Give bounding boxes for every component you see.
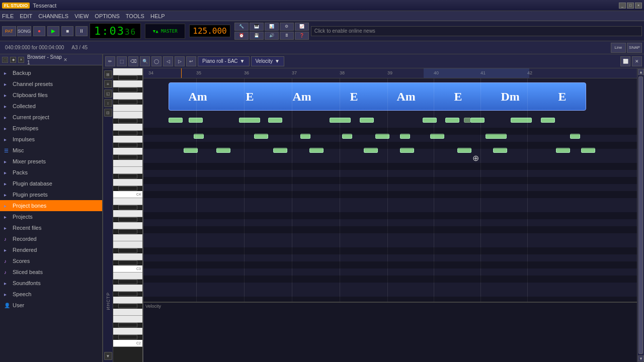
piano-key-white[interactable]	[113, 241, 142, 248]
v-scroll-thumb[interactable]	[638, 76, 643, 354]
pr-left-btn[interactable]: ◁	[163, 56, 173, 66]
piano-key-white[interactable]	[113, 112, 142, 119]
piano-key-black[interactable]	[118, 174, 137, 178]
pr-expand-btn[interactable]: ⬜	[620, 56, 630, 66]
browser-icon-1[interactable]: ⬚	[2, 57, 8, 63]
strip-btn-3[interactable]: ◱	[104, 89, 112, 98]
browser-item-collected[interactable]: ▸Collected	[0, 101, 102, 112]
tool-btn-8[interactable]: 🔊	[265, 32, 279, 40]
pat-button[interactable]: PAT	[2, 26, 16, 36]
pr-delete-tool[interactable]: ⌫	[128, 56, 138, 66]
piano-key-white[interactable]	[113, 273, 142, 280]
browser-item-channel-presets[interactable]: ▸Channel presets	[0, 78, 102, 89]
browser-item-clipboard-files[interactable]: ▸Clipboard files	[0, 89, 102, 101]
piano-key-black[interactable]	[118, 75, 137, 80]
pr-chevron-icon[interactable]: ▼	[240, 58, 245, 64]
piano-key-black[interactable]	[118, 248, 137, 253]
piano-key-black[interactable]	[118, 131, 137, 135]
browser-item-plugin-presets[interactable]: ▸Plugin presets	[0, 189, 102, 200]
snap-btn[interactable]: Line	[611, 43, 626, 53]
browser-item-backup[interactable]: ▸Backup	[0, 67, 102, 78]
pr-velocity-chevron-icon[interactable]: ▼	[275, 58, 280, 64]
piano-key-black[interactable]	[118, 100, 137, 104]
piano-key-black[interactable]	[118, 323, 137, 327]
strip-btn-1[interactable]: ⊞	[104, 70, 112, 78]
tool-btn-2[interactable]: 🎹	[250, 23, 264, 31]
piano-key-white[interactable]	[113, 316, 142, 323]
browser-item-speech[interactable]: ▸Speech	[0, 289, 102, 300]
browser-close[interactable]: ×	[64, 56, 101, 63]
pr-right-btn[interactable]: ▷	[175, 56, 185, 66]
browser-item-mixer-presets[interactable]: ▸Mixer presets	[0, 156, 102, 167]
note-grid[interactable]: Am E Am E Am E Dm E	[143, 78, 637, 302]
browser-item-misc[interactable]: ☰Misc	[0, 145, 102, 156]
piano-key-white[interactable]	[113, 253, 142, 260]
piano-key-black[interactable]	[118, 186, 137, 191]
piano-key-white[interactable]	[113, 136, 142, 143]
tool-btn-3[interactable]: 📊	[265, 23, 279, 31]
mode-btn[interactable]: SNAP	[627, 43, 642, 53]
record-button[interactable]: ●	[33, 26, 45, 36]
piano-key-white[interactable]	[113, 309, 142, 316]
browser-item-user[interactable]: 👤User	[0, 300, 102, 311]
piano-key-black[interactable]	[118, 119, 137, 123]
piano-key-black[interactable]	[118, 87, 137, 92]
tool-btn-7[interactable]: 💾	[250, 32, 264, 40]
piano-key-black[interactable]	[118, 205, 137, 210]
browser-item-scores[interactable]: ♪Scores	[0, 255, 102, 266]
browser-item-current-project[interactable]: ▸Current project	[0, 112, 102, 123]
browser-item-recent-files[interactable]: ▸Recent files	[0, 222, 102, 233]
browser-item-soundfonts[interactable]: ▸Soundfonts	[0, 278, 102, 289]
piano-key-white[interactable]	[113, 93, 142, 100]
pr-select-tool[interactable]: ⬚	[117, 56, 127, 66]
browser-item-envelopes[interactable]: ▸Envelopes	[0, 123, 102, 134]
browser-icon-2[interactable]: ◆	[10, 57, 16, 63]
menu-item-file[interactable]: FILE	[2, 13, 14, 19]
piano-key-white[interactable]	[113, 297, 142, 304]
piano-key-white[interactable]: C4	[113, 191, 142, 198]
piano-key-black[interactable]	[118, 280, 137, 284]
tool-btn-1[interactable]: 🔧	[234, 23, 249, 31]
piano-key-black[interactable]	[118, 292, 137, 296]
strip-btn-4[interactable]: ↕	[104, 99, 112, 107]
piano-key-white[interactable]	[113, 222, 142, 229]
browser-item-impulses[interactable]: ▸Impulses	[0, 134, 102, 145]
news-bar[interactable]: Click to enable online news	[311, 26, 642, 36]
scroll-up-btn[interactable]: ▲	[638, 69, 644, 75]
piano-key-white[interactable]	[113, 234, 142, 241]
piano-key-black[interactable]	[118, 155, 137, 159]
piano-key-black[interactable]	[118, 229, 137, 234]
pr-zoom-tool[interactable]: 🔍	[140, 56, 150, 66]
piano-key-white[interactable]	[113, 328, 142, 335]
browser-item-project-bones[interactable]: ▸Project bones	[0, 200, 102, 211]
browser-icon-3[interactable]: ✕	[18, 57, 24, 63]
menu-item-edit[interactable]: EDIT	[20, 13, 32, 19]
piano-key-white[interactable]	[113, 124, 142, 131]
piano-key-white[interactable]	[113, 105, 142, 112]
stop-button[interactable]: ■	[61, 26, 73, 36]
maximize-button[interactable]: □	[627, 3, 634, 9]
bpm-display[interactable]: 125.000	[189, 25, 230, 37]
piano-key-white[interactable]: C2	[113, 340, 142, 347]
piano-key-black[interactable]	[118, 143, 137, 147]
v-scrollbar[interactable]: ▲ ▼	[637, 68, 644, 362]
tool-btn-4[interactable]: ⚙	[280, 23, 294, 31]
piano-key-black[interactable]	[118, 260, 137, 265]
close-button[interactable]: ×	[635, 3, 642, 9]
piano-key-black[interactable]	[118, 335, 137, 339]
piano-key-black[interactable]	[118, 217, 137, 222]
menu-item-view[interactable]: VIEW	[74, 13, 89, 19]
piano-key-white[interactable]	[113, 285, 142, 292]
browser-item-packs[interactable]: ▸Packs	[0, 167, 102, 178]
menu-item-channels[interactable]: CHANNELS	[38, 13, 68, 19]
tool-btn-9[interactable]: 🎚	[280, 32, 294, 40]
menu-item-options[interactable]: OPTIONS	[95, 13, 120, 19]
pr-close-btn[interactable]: ✕	[632, 56, 642, 66]
piano-key-black[interactable]	[118, 304, 137, 308]
browser-item-sliced-beats[interactable]: ♪Sliced beats	[0, 266, 102, 278]
strip-btn-2[interactable]: ≡	[104, 80, 112, 88]
pause-button[interactable]: ⏸	[75, 26, 88, 36]
browser-item-recorded[interactable]: ♪Recorded	[0, 233, 102, 244]
browser-item-plugin-database[interactable]: ▸Plugin database	[0, 178, 102, 189]
minimize-button[interactable]: _	[619, 3, 626, 9]
